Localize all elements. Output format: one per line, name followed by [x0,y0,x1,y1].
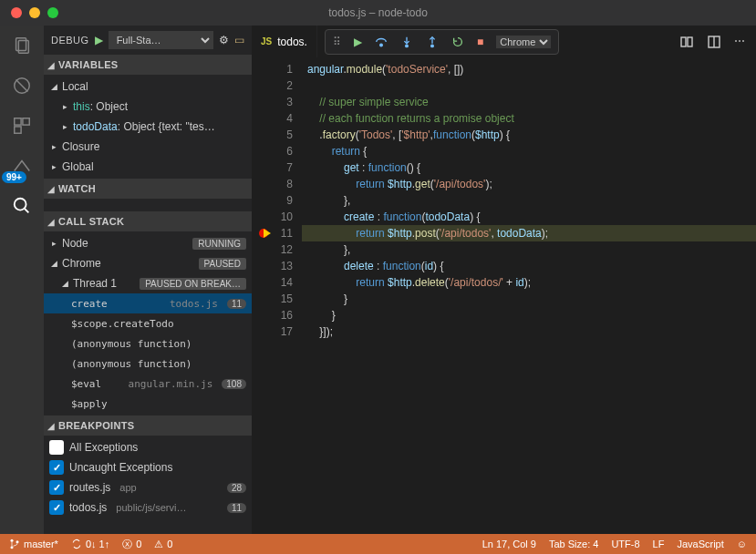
svg-rect-5 [23,118,29,125]
statusbar: master* 0↓ 1↑ ⓧ 0 ⚠ 0 Ln 17, Col 9 Tab S… [0,534,756,554]
eol[interactable]: LF [653,539,665,549]
maximize-window-icon[interactable] [47,7,58,18]
debug-config-select[interactable]: Full-Sta… [109,31,213,49]
svg-point-20 [16,540,19,543]
activity-bar: 99+ [0,26,44,534]
step-out-icon[interactable] [426,36,439,48]
window-title: todos.js – node-todo [0,6,756,19]
svg-point-7 [15,199,26,210]
encoding[interactable]: UTF-8 [611,539,639,549]
svg-line-8 [25,209,29,213]
debug-sidebar: DEBUG ▶ Full-Sta… ⚙ ▭ ◢VARIABLES ◢Local … [44,26,252,534]
svg-rect-15 [688,37,692,46]
debug-console-icon[interactable]: ▭ [234,34,244,46]
gear-icon[interactable]: ⚙ [219,34,229,46]
frame-anon1[interactable]: (anonymous function) [44,333,252,354]
section-variables[interactable]: ◢VARIABLES [44,55,252,75]
debug-target-select[interactable]: Chrome [496,36,551,48]
section-watch[interactable]: ◢WATCH [44,179,252,199]
explorer-icon[interactable] [9,33,35,58]
frame-eval[interactable]: $evalangular.min.js108 [44,374,252,394]
stop-icon[interactable]: ■ [477,36,483,48]
split-compare-icon[interactable] [679,35,694,49]
more-icon[interactable]: ⋯ [734,35,745,49]
git-sync[interactable]: 0↓ 1↑ [71,539,109,549]
restart-icon[interactable] [451,36,464,48]
svg-rect-6 [15,127,21,133]
bp-todos[interactable]: todos.jspublic/js/servi…11 [44,498,252,518]
js-file-icon: JS [261,36,272,46]
errors-count[interactable]: ⓧ 0 [122,538,141,551]
thread-node[interactable]: ▸NodeRUNNING [44,233,252,253]
checkbox-icon [49,440,64,455]
feedback-icon[interactable]: ☺ [737,539,747,549]
git-branch[interactable]: master* [9,539,58,549]
step-into-icon[interactable] [400,36,413,48]
language-mode[interactable]: JavaScript [677,539,723,549]
checkbox-icon [49,500,64,515]
titlebar: todos.js – node-todo [0,0,756,26]
gutter: 1234567891011121314151617 [252,57,302,534]
svg-line-3 [16,80,28,92]
scope-closure[interactable]: ▸Closure [44,137,252,157]
thread-chrome[interactable]: ◢ChromePAUSED [44,253,252,273]
variables-body: ◢Local ▸this: Object ▸todoData: Object {… [44,75,252,179]
minimize-window-icon[interactable] [29,7,40,18]
tab-size[interactable]: Tab Size: 4 [549,539,598,549]
window-controls [0,7,58,18]
section-callstack[interactable]: ◢CALL STACK [44,211,252,231]
code-content[interactable]: angular.module('todoService', []) // sup… [302,57,756,534]
debug-toolbar: DEBUG ▶ Full-Sta… ⚙ ▭ [44,26,252,55]
bp-all-exceptions[interactable]: All Exceptions [44,437,252,457]
activity-badge: 99+ [2,171,26,183]
svg-point-19 [11,546,14,549]
scope-global[interactable]: ▸Global [44,157,252,177]
debug-action-bar: ⠿ ▶ ■ Chrome [325,29,559,55]
extensions-icon[interactable] [9,113,35,138]
tab-todos[interactable]: JStodos. [252,26,317,57]
no-entry-icon[interactable] [9,73,35,98]
var-tododata[interactable]: ▸todoData: Object {text: "tes… [44,117,252,137]
frame-create[interactable]: createtodos.js11 [44,293,252,313]
cursor-position[interactable]: Ln 17, Col 9 [482,539,536,549]
checkbox-icon [49,480,64,495]
bp-routes[interactable]: routes.jsapp28 [44,477,252,498]
debug-label: DEBUG [51,35,89,46]
svg-point-18 [11,539,14,542]
svg-point-11 [406,45,409,47]
split-editor-icon[interactable] [707,35,721,49]
svg-point-13 [431,45,434,47]
checkbox-icon [49,460,64,475]
start-debug-icon[interactable]: ▶ [95,34,103,46]
section-breakpoints[interactable]: ◢BREAKPOINTS [44,416,252,436]
step-over-icon[interactable] [375,36,388,48]
editor-body[interactable]: 1234567891011121314151617 angular.module… [252,57,756,534]
frame-apply[interactable]: $apply [44,394,252,414]
warnings-count[interactable]: ⚠ 0 [154,539,172,550]
scope-local[interactable]: ◢Local [44,77,252,97]
editor-area: JStodos. ⠿ ▶ ■ Chrome ⋯ 1234567891011121… [252,26,756,534]
editor-tabs: JStodos. ⠿ ▶ ■ Chrome ⋯ [252,26,756,57]
svg-rect-4 [15,118,21,125]
svg-rect-14 [681,37,686,46]
close-window-icon[interactable] [11,7,22,18]
search-icon[interactable] [9,193,35,219]
frame-anon2[interactable]: (anonymous function) [44,354,252,374]
frame-createTodo[interactable]: $scope.createTodo [44,313,252,333]
thread-1[interactable]: ◢Thread 1PAUSED ON BREAK… [44,273,252,293]
grip-icon[interactable]: ⠿ [333,36,341,48]
continue-icon[interactable]: ▶ [354,36,362,48]
bp-uncaught[interactable]: Uncaught Exceptions [44,457,252,477]
svg-point-9 [380,44,383,46]
var-this[interactable]: ▸this: Object [44,97,252,117]
